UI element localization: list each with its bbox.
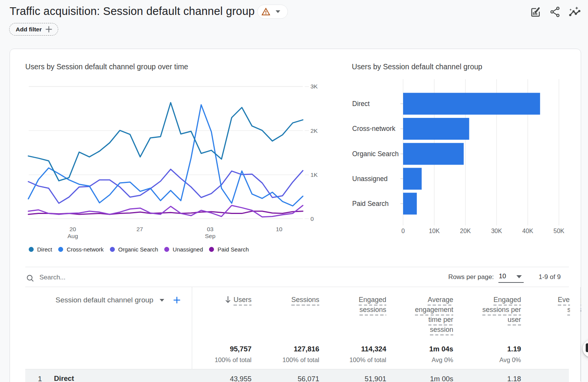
svg-text:10: 10 [276,226,283,232]
svg-text:2K: 2K [310,127,318,134]
svg-text:1K: 1K [310,171,318,178]
svg-text:Paid Search: Paid Search [352,200,389,207]
svg-text:0: 0 [402,228,405,234]
svg-text:Sep: Sep [205,233,216,239]
svg-text:Unassigned: Unassigned [352,175,387,183]
svg-text:0: 0 [310,215,314,222]
svg-text:20K: 20K [460,228,471,234]
svg-text:03: 03 [207,226,213,232]
svg-text:40K: 40K [522,228,533,234]
svg-text:Direct: Direct [352,100,370,108]
svg-text:Cross-network: Cross-network [352,125,395,132]
svg-text:10K: 10K [429,228,440,234]
svg-text:50K: 50K [554,228,565,234]
svg-text:Aug: Aug [67,233,78,239]
svg-text:27: 27 [136,226,143,232]
svg-text:20: 20 [69,226,76,232]
svg-text:Organic Search: Organic Search [352,150,399,158]
svg-text:30K: 30K [491,228,502,234]
svg-text:3K: 3K [310,83,318,90]
